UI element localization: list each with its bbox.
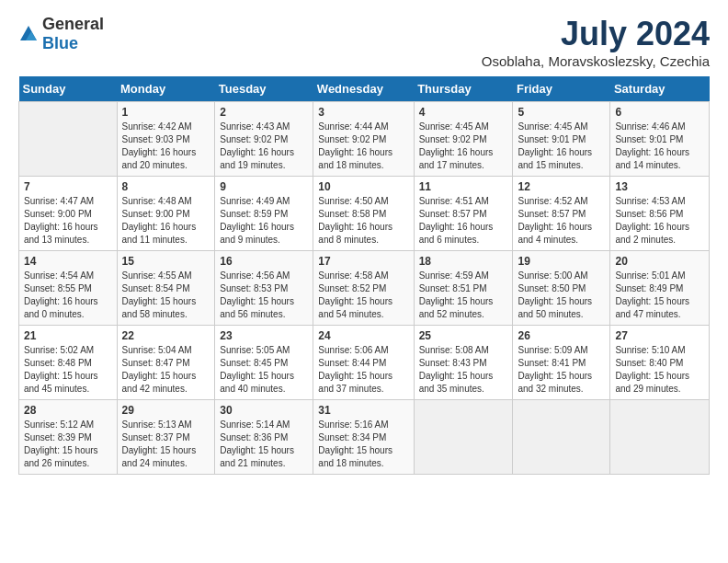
header-area: General Blue July 2024 Osoblaha, Moravsk…	[18, 15, 710, 69]
day-number: 29	[122, 404, 210, 417]
logo: General Blue	[18, 15, 104, 53]
calendar-week-2: 7Sunrise: 4:47 AM Sunset: 9:00 PM Daylig…	[19, 177, 710, 251]
day-number: 2	[220, 106, 308, 119]
calendar-cell: 29Sunrise: 5:13 AM Sunset: 8:37 PM Dayli…	[117, 400, 215, 475]
day-info: Sunrise: 4:46 AM Sunset: 9:01 PM Dayligh…	[615, 121, 704, 172]
day-info: Sunrise: 4:55 AM Sunset: 8:54 PM Dayligh…	[122, 270, 210, 321]
day-number: 10	[318, 180, 408, 193]
day-info: Sunrise: 4:45 AM Sunset: 9:02 PM Dayligh…	[419, 121, 508, 172]
calendar-week-3: 14Sunrise: 4:54 AM Sunset: 8:55 PM Dayli…	[19, 251, 710, 326]
calendar-cell: 13Sunrise: 4:53 AM Sunset: 8:56 PM Dayli…	[610, 177, 710, 251]
calendar-cell: 23Sunrise: 5:05 AM Sunset: 8:45 PM Dayli…	[215, 326, 313, 400]
col-monday: Monday	[117, 76, 215, 102]
day-info: Sunrise: 4:43 AM Sunset: 9:02 PM Dayligh…	[220, 121, 308, 172]
day-info: Sunrise: 4:51 AM Sunset: 8:57 PM Dayligh…	[419, 195, 508, 247]
day-number: 19	[518, 255, 605, 268]
calendar-week-1: 1Sunrise: 4:42 AM Sunset: 9:03 PM Daylig…	[19, 102, 710, 177]
calendar-table: Sunday Monday Tuesday Wednesday Thursday…	[18, 76, 710, 475]
calendar-cell	[610, 400, 710, 475]
logo-blue: Blue	[42, 34, 78, 52]
calendar-cell: 17Sunrise: 4:58 AM Sunset: 8:52 PM Dayli…	[313, 251, 414, 326]
day-info: Sunrise: 4:56 AM Sunset: 8:53 PM Dayligh…	[220, 270, 308, 321]
day-info: Sunrise: 5:10 AM Sunset: 8:40 PM Dayligh…	[615, 344, 704, 396]
day-info: Sunrise: 5:06 AM Sunset: 8:44 PM Dayligh…	[318, 344, 408, 396]
day-info: Sunrise: 5:08 AM Sunset: 8:43 PM Dayligh…	[419, 344, 508, 396]
day-number: 7	[24, 180, 112, 193]
day-info: Sunrise: 4:52 AM Sunset: 8:57 PM Dayligh…	[518, 195, 605, 247]
logo-general: General	[42, 15, 104, 33]
calendar-cell: 20Sunrise: 5:01 AM Sunset: 8:49 PM Dayli…	[610, 251, 710, 326]
day-number: 30	[220, 404, 308, 417]
day-info: Sunrise: 4:58 AM Sunset: 8:52 PM Dayligh…	[318, 270, 408, 321]
col-saturday: Saturday	[610, 76, 710, 102]
calendar-cell: 28Sunrise: 5:12 AM Sunset: 8:39 PM Dayli…	[19, 400, 118, 475]
day-info: Sunrise: 4:48 AM Sunset: 9:00 PM Dayligh…	[122, 195, 210, 247]
day-number: 14	[24, 255, 112, 268]
day-info: Sunrise: 4:53 AM Sunset: 8:56 PM Dayligh…	[615, 195, 704, 247]
calendar-cell: 16Sunrise: 4:56 AM Sunset: 8:53 PM Dayli…	[215, 251, 313, 326]
col-friday: Friday	[513, 76, 610, 102]
day-info: Sunrise: 5:16 AM Sunset: 8:34 PM Dayligh…	[318, 419, 408, 470]
day-number: 27	[615, 329, 704, 342]
calendar-cell: 6Sunrise: 4:46 AM Sunset: 9:01 PM Daylig…	[610, 102, 710, 177]
calendar-cell: 14Sunrise: 4:54 AM Sunset: 8:55 PM Dayli…	[19, 251, 118, 326]
day-number: 17	[318, 255, 408, 268]
day-number: 24	[318, 329, 408, 342]
calendar-cell: 4Sunrise: 4:45 AM Sunset: 9:02 PM Daylig…	[414, 102, 513, 177]
day-number: 9	[220, 180, 308, 193]
day-number: 8	[122, 180, 210, 193]
day-number: 28	[24, 404, 112, 417]
day-info: Sunrise: 5:04 AM Sunset: 8:47 PM Dayligh…	[122, 344, 210, 396]
calendar-cell: 25Sunrise: 5:08 AM Sunset: 8:43 PM Dayli…	[414, 326, 513, 400]
calendar-cell	[414, 400, 513, 475]
header-row: Sunday Monday Tuesday Wednesday Thursday…	[19, 76, 710, 102]
day-number: 26	[518, 329, 605, 342]
day-number: 6	[615, 106, 704, 119]
day-number: 1	[122, 106, 210, 119]
day-number: 4	[419, 106, 508, 119]
calendar-cell: 10Sunrise: 4:50 AM Sunset: 8:58 PM Dayli…	[313, 177, 414, 251]
subtitle: Osoblaha, Moravskoslezsky, Czechia	[482, 53, 710, 69]
calendar-cell: 27Sunrise: 5:10 AM Sunset: 8:40 PM Dayli…	[610, 326, 710, 400]
day-number: 12	[518, 180, 605, 193]
day-info: Sunrise: 5:12 AM Sunset: 8:39 PM Dayligh…	[24, 419, 112, 470]
calendar-cell: 26Sunrise: 5:09 AM Sunset: 8:41 PM Dayli…	[513, 326, 610, 400]
calendar-cell: 1Sunrise: 4:42 AM Sunset: 9:03 PM Daylig…	[117, 102, 215, 177]
day-info: Sunrise: 5:09 AM Sunset: 8:41 PM Dayligh…	[518, 344, 605, 396]
calendar-cell: 18Sunrise: 4:59 AM Sunset: 8:51 PM Dayli…	[414, 251, 513, 326]
day-info: Sunrise: 4:45 AM Sunset: 9:01 PM Dayligh…	[518, 121, 605, 172]
day-info: Sunrise: 4:47 AM Sunset: 9:00 PM Dayligh…	[24, 195, 112, 247]
day-number: 21	[24, 329, 112, 342]
col-thursday: Thursday	[414, 76, 513, 102]
calendar-cell: 12Sunrise: 4:52 AM Sunset: 8:57 PM Dayli…	[513, 177, 610, 251]
day-info: Sunrise: 4:49 AM Sunset: 8:59 PM Dayligh…	[220, 195, 308, 247]
calendar-cell: 8Sunrise: 4:48 AM Sunset: 9:00 PM Daylig…	[117, 177, 215, 251]
calendar-cell: 9Sunrise: 4:49 AM Sunset: 8:59 PM Daylig…	[215, 177, 313, 251]
day-info: Sunrise: 5:01 AM Sunset: 8:49 PM Dayligh…	[615, 270, 704, 321]
day-info: Sunrise: 4:54 AM Sunset: 8:55 PM Dayligh…	[24, 270, 112, 321]
calendar-cell: 2Sunrise: 4:43 AM Sunset: 9:02 PM Daylig…	[215, 102, 313, 177]
day-number: 22	[122, 329, 210, 342]
calendar-cell: 21Sunrise: 5:02 AM Sunset: 8:48 PM Dayli…	[19, 326, 118, 400]
calendar-cell: 24Sunrise: 5:06 AM Sunset: 8:44 PM Dayli…	[313, 326, 414, 400]
day-number: 23	[220, 329, 308, 342]
day-info: Sunrise: 5:13 AM Sunset: 8:37 PM Dayligh…	[122, 419, 210, 470]
day-number: 18	[419, 255, 508, 268]
logo-icon	[18, 24, 39, 44]
day-info: Sunrise: 5:02 AM Sunset: 8:48 PM Dayligh…	[24, 344, 112, 396]
calendar-cell	[513, 400, 610, 475]
day-info: Sunrise: 4:59 AM Sunset: 8:51 PM Dayligh…	[419, 270, 508, 321]
col-wednesday: Wednesday	[313, 76, 414, 102]
calendar-cell: 11Sunrise: 4:51 AM Sunset: 8:57 PM Dayli…	[414, 177, 513, 251]
calendar-cell: 3Sunrise: 4:44 AM Sunset: 9:02 PM Daylig…	[313, 102, 414, 177]
day-number: 31	[318, 404, 408, 417]
day-info: Sunrise: 4:50 AM Sunset: 8:58 PM Dayligh…	[318, 195, 408, 247]
calendar-cell: 19Sunrise: 5:00 AM Sunset: 8:50 PM Dayli…	[513, 251, 610, 326]
day-info: Sunrise: 4:42 AM Sunset: 9:03 PM Dayligh…	[122, 121, 210, 172]
title-area: July 2024 Osoblaha, Moravskoslezsky, Cze…	[482, 15, 710, 69]
main-title: July 2024	[482, 15, 710, 53]
logo-text: General Blue	[42, 15, 104, 53]
day-number: 5	[518, 106, 605, 119]
day-info: Sunrise: 5:14 AM Sunset: 8:36 PM Dayligh…	[220, 419, 308, 470]
day-number: 13	[615, 180, 704, 193]
